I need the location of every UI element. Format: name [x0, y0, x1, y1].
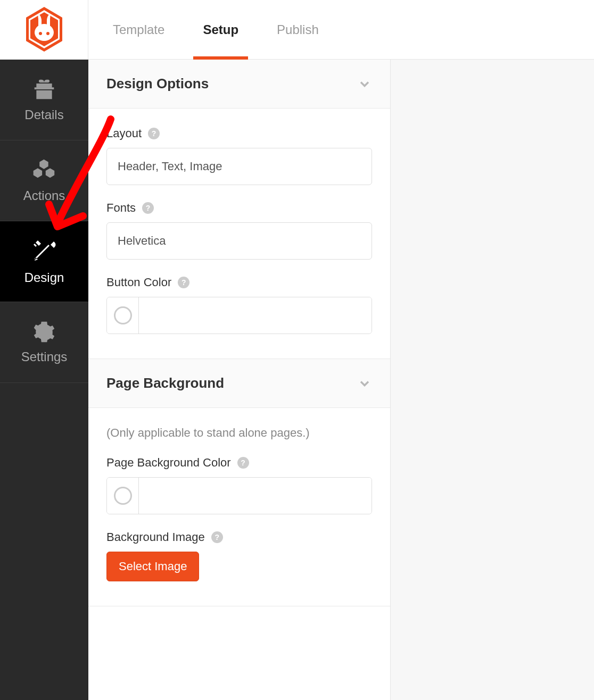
color-swatch-button[interactable]	[107, 478, 139, 514]
help-icon[interactable]: ?	[178, 277, 189, 288]
section-title: Design Options	[106, 76, 209, 92]
layout-select[interactable]: Header, Text, Image	[106, 148, 372, 185]
page-bg-color-input[interactable]	[106, 477, 372, 514]
help-icon[interactable]: ?	[142, 202, 154, 214]
app-logo[interactable]	[0, 0, 88, 60]
sidebar-item-label: Settings	[21, 349, 68, 364]
section-header-page-background[interactable]: Page Background	[88, 359, 390, 408]
chevron-down-icon	[357, 376, 372, 391]
page-bg-color-text[interactable]	[139, 478, 372, 514]
tab-setup[interactable]: Setup	[203, 0, 238, 60]
top-tabs: Template Setup Publish	[88, 0, 319, 59]
button-color-text[interactable]	[139, 297, 372, 334]
tab-template[interactable]: Template	[113, 0, 164, 60]
fonts-label: Fonts	[106, 201, 136, 215]
svg-point-1	[39, 32, 42, 35]
help-icon[interactable]: ?	[237, 457, 249, 469]
section-body-design-options: Layout ? Header, Text, Image Fonts ? Hel…	[88, 109, 390, 359]
tab-publish[interactable]: Publish	[277, 0, 319, 60]
sidebar-item-label: Details	[24, 107, 63, 122]
section-title: Page Background	[106, 375, 224, 391]
tools-icon	[31, 238, 57, 264]
help-icon[interactable]: ?	[211, 531, 223, 543]
layout-label: Layout	[106, 127, 142, 140]
sidebar-item-design[interactable]: Design	[0, 221, 88, 302]
page-bg-color-label: Page Background Color	[106, 456, 231, 470]
gear-icon	[33, 321, 55, 343]
left-sidebar: Details Actions Design Settings	[0, 60, 88, 700]
gift-icon	[32, 78, 56, 101]
section-body-page-background: (Only applicable to stand alone pages.) …	[88, 408, 390, 606]
section-header-design-options[interactable]: Design Options	[88, 60, 390, 109]
svg-point-0	[35, 24, 54, 41]
bunny-logo-icon	[23, 7, 65, 53]
chevron-down-icon	[357, 77, 372, 91]
sidebar-item-settings[interactable]: Settings	[0, 302, 88, 383]
page-background-note: (Only applicable to stand alone pages.)	[106, 426, 372, 440]
button-color-label: Button Color	[106, 276, 171, 289]
select-image-button[interactable]: Select Image	[106, 552, 199, 581]
sidebar-item-label: Design	[24, 270, 64, 285]
svg-point-2	[46, 32, 50, 35]
sidebar-item-details[interactable]: Details	[0, 60, 88, 140]
button-color-input[interactable]	[106, 297, 372, 334]
settings-panel: Design Options Layout ? Header, Text, Im…	[88, 60, 391, 700]
fonts-select[interactable]: Helvetica	[106, 222, 372, 260]
help-icon[interactable]: ?	[148, 128, 160, 139]
preview-area	[391, 60, 594, 700]
boxes-icon	[32, 159, 56, 182]
sidebar-item-label: Actions	[23, 188, 65, 203]
color-swatch-button[interactable]	[107, 297, 139, 334]
bg-image-label: Background Image	[106, 530, 205, 544]
sidebar-item-actions[interactable]: Actions	[0, 140, 88, 221]
